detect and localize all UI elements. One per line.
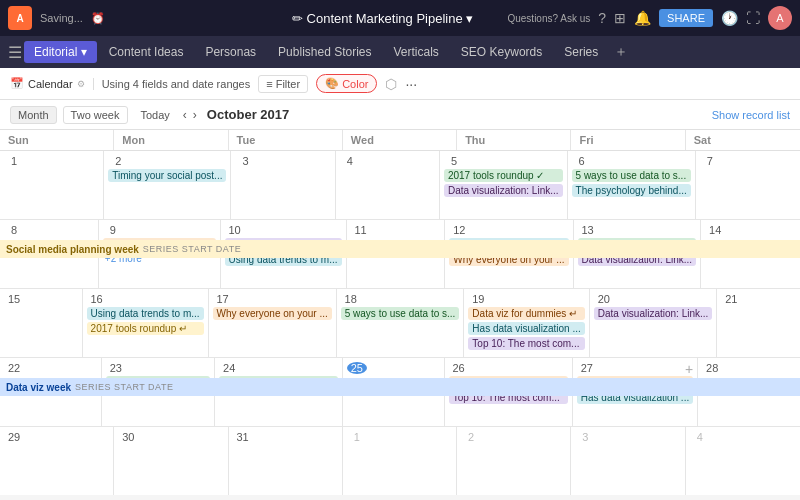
day-number: 7 [700, 155, 720, 167]
add-event-icon[interactable]: + [685, 361, 693, 377]
tab-series[interactable]: Series [554, 41, 608, 63]
help-icon[interactable]: ? [598, 10, 606, 26]
calendar-cell: 20Data visualization: Link... [590, 289, 718, 357]
next-arrow[interactable]: › [193, 108, 197, 122]
filter-button[interactable]: ≡ Filter [258, 75, 308, 93]
tab-content-ideas[interactable]: Content Ideas [99, 41, 194, 63]
day-number: 1 [347, 431, 367, 443]
app-logo[interactable]: A [8, 6, 32, 30]
calendar-cell: 3 [231, 151, 335, 219]
top-nav-right: Questions? Ask us ? ⊞ 🔔 SHARE 🕐 ⛶ A [507, 6, 792, 30]
saving-icon: ⏰ [91, 12, 105, 25]
color-icon: 🎨 [325, 77, 339, 90]
day-number: 8 [4, 224, 24, 236]
day-header-sun: Sun [0, 130, 114, 150]
show-record-list-button[interactable]: Show record list [712, 109, 790, 121]
calendar-cell: 4 [336, 151, 440, 219]
calendar-week: 12Timing your social post...3452017 tool… [0, 151, 800, 220]
prev-arrow[interactable]: ‹ [183, 108, 187, 122]
series-banner-text: Social media planning week [6, 244, 139, 255]
day-header-thu: Thu [457, 130, 571, 150]
month-view-button[interactable]: Month [10, 106, 57, 124]
series-banner: Social media planning weekSERIES START D… [0, 240, 800, 258]
sidebar-toggle[interactable]: ☰ [8, 43, 22, 62]
share-icon[interactable]: ⬡ [385, 76, 397, 92]
tab-seo-keywords[interactable]: SEO Keywords [451, 41, 552, 63]
calendar-event[interactable]: Data visualization: Link... [594, 307, 713, 320]
calendar-event[interactable]: 5 ways to use data to s... [341, 307, 460, 320]
day-number: 4 [340, 155, 360, 167]
tab-bar: ☰ Editorial ▾ Content Ideas Personas Pub… [0, 36, 800, 68]
calendar-event[interactable]: The psychology behind... [572, 184, 691, 197]
calendar-text: Calendar [28, 78, 73, 90]
toolbar-left: 📅 Calendar ⚙ Using 4 fields and date ran… [10, 74, 790, 93]
day-number: 26 [449, 362, 469, 374]
calendar-cell: 3 [571, 427, 685, 495]
day-number: 18 [341, 293, 361, 305]
day-number: 6 [572, 155, 592, 167]
calendar-settings-icon[interactable]: ⚙ [77, 79, 85, 89]
calendar-icon: 📅 [10, 77, 24, 90]
filter-icon: ≡ [266, 78, 272, 90]
calendar-event[interactable]: Using data trends to m... [87, 307, 204, 320]
color-button[interactable]: 🎨 Color [316, 74, 377, 93]
view-controls: Month Two week Today ‹ › October 2017 Sh… [0, 100, 800, 130]
calendar-cell: 29 [0, 427, 114, 495]
day-header-sat: Sat [686, 130, 800, 150]
calendar-event[interactable]: Top 10: The most com... [468, 337, 584, 350]
day-number: 28 [702, 362, 722, 374]
day-number: 19 [468, 293, 488, 305]
day-number: 30 [118, 431, 138, 443]
grid-icon[interactable]: ⊞ [614, 10, 626, 26]
today-button[interactable]: Today [134, 107, 177, 123]
calendar-cell: 21 [717, 289, 800, 357]
calendar-cell: 52017 tools roundup ✓Data visualization:… [440, 151, 568, 219]
bell-icon[interactable]: 🔔 [634, 10, 651, 26]
day-number: 4 [690, 431, 710, 443]
day-number: 17 [213, 293, 233, 305]
calendar-event[interactable]: Data viz for dummies ↵ [468, 307, 584, 320]
day-number: 9 [103, 224, 123, 236]
calendar-event[interactable]: Why everyone on your ... [213, 307, 332, 320]
day-number: 21 [721, 293, 741, 305]
day-number: 27 [577, 362, 597, 374]
page-title: ✏ Content Marketing Pipeline ▾ [258, 11, 508, 26]
calendar-cell: 31 [229, 427, 343, 495]
calendar-event[interactable]: Has data visualization ... [468, 322, 584, 335]
day-number: 22 [4, 362, 24, 374]
calendar-event[interactable]: 5 ways to use data to s... [572, 169, 691, 182]
calendar-cell: 7 [696, 151, 800, 219]
tab-editorial[interactable]: Editorial ▾ [24, 41, 97, 63]
calendar-body: 12Timing your social post...3452017 tool… [0, 151, 800, 495]
tab-published-stories[interactable]: Published Stories [268, 41, 381, 63]
day-number: 10 [225, 224, 245, 236]
series-banner: Data viz weekSERIES START DATE [0, 378, 800, 396]
clock-icon[interactable]: 🕐 [721, 10, 738, 26]
tab-verticals[interactable]: Verticals [384, 41, 449, 63]
calendar-week: Social media planning weekSERIES START D… [0, 220, 800, 289]
day-number: 16 [87, 293, 107, 305]
more-options-icon[interactable]: ··· [405, 76, 417, 92]
calendar-event[interactable]: 2017 tools roundup ✓ [444, 169, 563, 182]
questions-link[interactable]: Questions? Ask us [507, 13, 590, 24]
share-button[interactable]: SHARE [659, 9, 713, 27]
calendar-cell: 2Timing your social post... [104, 151, 231, 219]
calendar-week: 1516Using data trends to m...2017 tools … [0, 289, 800, 358]
avatar[interactable]: A [768, 6, 792, 30]
calendar-cell: 15 [0, 289, 83, 357]
calendar-event[interactable]: Timing your social post... [108, 169, 226, 182]
calendar-cell: 1 [0, 151, 104, 219]
day-number: 25 [347, 362, 367, 374]
calendar-cell: 65 ways to use data to s...The psycholog… [568, 151, 696, 219]
expand-icon[interactable]: ⛶ [746, 10, 760, 26]
saving-status: Saving... [40, 12, 83, 24]
calendar-event[interactable]: 2017 tools roundup ↵ [87, 322, 204, 335]
day-number: 1 [4, 155, 24, 167]
top-nav-left: A Saving... ⏰ [8, 6, 258, 30]
day-number: 20 [594, 293, 614, 305]
two-week-view-button[interactable]: Two week [63, 106, 128, 124]
add-tab-icon[interactable]: ＋ [614, 43, 628, 61]
calendar-event[interactable]: Data visualization: Link... [444, 184, 563, 197]
tab-personas[interactable]: Personas [195, 41, 266, 63]
calendar-cell: 30 [114, 427, 228, 495]
